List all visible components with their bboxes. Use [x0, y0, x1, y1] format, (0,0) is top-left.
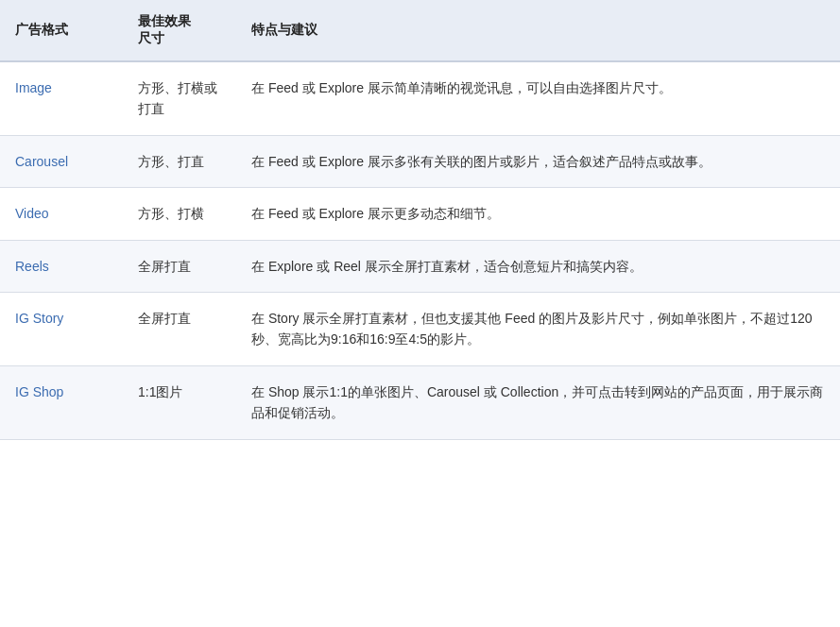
cell-size: 1:1图片 [123, 365, 236, 439]
cell-features: 在 Explore 或 Reel 展示全屏打直素材，适合创意短片和搞笑内容。 [236, 240, 840, 292]
cell-size: 方形、打横或打直 [123, 61, 236, 135]
table-header-row: 广告格式 最佳效果 尺寸 特点与建议 [0, 0, 840, 61]
ad-format-table: 广告格式 最佳效果 尺寸 特点与建议 Image方形、打横或打直在 Feed 或… [0, 0, 840, 440]
table-row: Carousel方形、打直在 Feed 或 Explore 展示多张有关联的图片… [0, 135, 840, 187]
cell-format: IG Story [0, 292, 123, 365]
cell-size: 全屏打直 [123, 292, 236, 365]
cell-size: 方形、打横 [123, 188, 236, 240]
table-row: IG Shop1:1图片在 Shop 展示1:1的单张图片、Carousel 或… [0, 365, 840, 439]
header-size: 最佳效果 尺寸 [123, 0, 236, 61]
header-features: 特点与建议 [236, 0, 840, 61]
cell-format: Image [0, 61, 123, 135]
header-format: 广告格式 [0, 0, 123, 61]
cell-features: 在 Story 展示全屏打直素材，但也支援其他 Feed 的图片及影片尺寸，例如… [236, 292, 840, 365]
cell-features: 在 Feed 或 Explore 展示更多动态和细节。 [236, 188, 840, 240]
table-row: IG Story全屏打直在 Story 展示全屏打直素材，但也支援其他 Feed… [0, 292, 840, 365]
cell-format: Video [0, 188, 123, 240]
table-row: Reels全屏打直在 Explore 或 Reel 展示全屏打直素材，适合创意短… [0, 240, 840, 292]
cell-features: 在 Feed 或 Explore 展示简单清晰的视觉讯息，可以自由选择图片尺寸。 [236, 61, 840, 135]
table-row: Video方形、打横在 Feed 或 Explore 展示更多动态和细节。 [0, 188, 840, 240]
cell-size: 全屏打直 [123, 240, 236, 292]
cell-features: 在 Feed 或 Explore 展示多张有关联的图片或影片，适合叙述产品特点或… [236, 135, 840, 187]
cell-size: 方形、打直 [123, 135, 236, 187]
cell-format: Carousel [0, 135, 123, 187]
cell-format: IG Shop [0, 365, 123, 439]
table-row: Image方形、打横或打直在 Feed 或 Explore 展示简单清晰的视觉讯… [0, 61, 840, 135]
cell-features: 在 Shop 展示1:1的单张图片、Carousel 或 Collection，… [236, 365, 840, 439]
cell-format: Reels [0, 240, 123, 292]
